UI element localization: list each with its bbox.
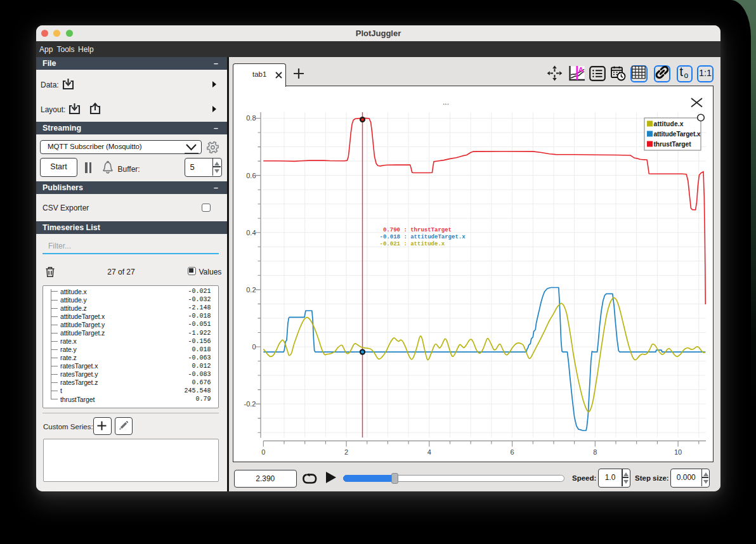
svg-text:0.4: 0.4 bbox=[246, 229, 256, 236]
svg-text:attitude.x: attitude.x bbox=[654, 120, 684, 127]
svg-text:attitudeTarget.x: attitudeTarget.x bbox=[654, 131, 701, 138]
svg-text:0: 0 bbox=[252, 343, 256, 351]
svg-text:1:1: 1:1 bbox=[699, 68, 712, 78]
svg-text:4: 4 bbox=[427, 448, 431, 456]
svg-text:t: t bbox=[680, 65, 684, 79]
svg-text:...: ... bbox=[443, 98, 449, 107]
svg-text:0.8: 0.8 bbox=[246, 114, 256, 122]
svg-text:thrustTarget: thrustTarget bbox=[654, 141, 692, 148]
svg-text:-0.018 : attitudeTarget.x: -0.018 : attitudeTarget.x bbox=[380, 234, 466, 240]
svg-text:0: 0 bbox=[261, 448, 265, 456]
svg-text:2: 2 bbox=[344, 448, 348, 456]
svg-text:A: A bbox=[578, 66, 583, 74]
svg-text:10: 10 bbox=[674, 448, 682, 456]
svg-text:0.790 : thrustTarget: 0.790 : thrustTarget bbox=[383, 227, 452, 233]
svg-text:-0.2: -0.2 bbox=[244, 400, 256, 408]
svg-text:0.2: 0.2 bbox=[246, 286, 256, 294]
svg-text:8: 8 bbox=[593, 448, 597, 456]
svg-text:-0.021 : attitude.x: -0.021 : attitude.x bbox=[380, 241, 445, 247]
svg-text:o: o bbox=[684, 71, 689, 80]
svg-text:6: 6 bbox=[511, 448, 514, 456]
svg-text:0.6: 0.6 bbox=[246, 172, 256, 179]
